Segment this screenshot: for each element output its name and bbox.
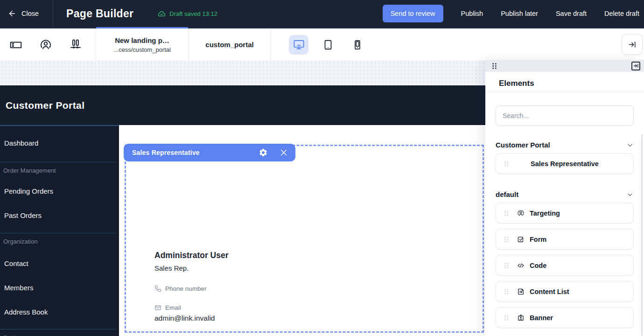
element-remove-button[interactable] (279, 147, 289, 158)
draft-status: Draft saved 13:12 (158, 10, 217, 18)
nav-members[interactable]: Members (4, 284, 34, 292)
audience-tool-button[interactable] (38, 37, 53, 52)
preview-sidebar: Dashboard Order Management Pending Order… (0, 125, 119, 336)
nav-dashboard[interactable]: Dashboard (4, 139, 38, 147)
selected-element-toolbar: Sales Representative (124, 144, 295, 161)
desktop-preview-button[interactable] (289, 35, 308, 55)
send-to-review-button[interactable]: Send to review (383, 5, 443, 22)
page-builder-app: Close Page Builder Draft saved 13:12 Sen… (0, 0, 644, 336)
nav-contact[interactable]: Contact (4, 259, 28, 267)
active-page-tab[interactable]: New landing p… ...cess/custom_portal (96, 28, 188, 61)
preview-page-title: Customer Portal (6, 100, 84, 111)
open-panel-button[interactable] (622, 34, 643, 55)
phone-icon (154, 285, 161, 292)
form-icon (517, 235, 525, 244)
element-card-targeting[interactable]: Targeting (496, 203, 634, 224)
nav-past-orders[interactable]: Past Orders (4, 211, 42, 219)
builder-toolbar: New landing p… ...cess/custom_portal cus… (0, 27, 644, 61)
panel-title: Elements (499, 79, 644, 88)
search-input[interactable] (496, 105, 634, 126)
collapse-panel-button[interactable] (631, 62, 640, 70)
close-button[interactable]: Close (0, 0, 53, 27)
content-list-icon (517, 287, 525, 296)
tablet-preview-button[interactable] (318, 35, 338, 55)
drag-handle-icon[interactable] (504, 288, 509, 295)
publish-button[interactable]: Publish (461, 10, 483, 17)
device-preview-switch (289, 28, 367, 61)
section-title: Customer Portal (496, 141, 550, 149)
desktop-icon (293, 38, 305, 51)
close-x-icon (279, 148, 288, 157)
rep-email-label: Email (165, 304, 181, 311)
selected-element-label: Sales Representative (132, 149, 200, 156)
element-card-code[interactable]: Code (496, 255, 634, 276)
cloud-check-icon (158, 10, 166, 18)
nav-section-organization: Organization (3, 238, 38, 245)
arrow-left-icon (8, 9, 16, 18)
drag-handle-icon[interactable] (504, 161, 509, 167)
sales-rep-card: Administrator User Sales Rep. Phone numb… (154, 251, 229, 322)
drag-handle-icon[interactable] (504, 236, 509, 243)
element-settings-button[interactable] (258, 147, 268, 158)
element-card-label: Content List (530, 288, 569, 295)
panel-scrollbar[interactable] (641, 134, 643, 336)
element-card-label: Form (530, 236, 546, 243)
tablet-icon (322, 39, 334, 51)
publish-later-button[interactable]: Publish later (501, 10, 538, 17)
gear-icon (259, 148, 268, 157)
text-field-tool-button[interactable] (8, 37, 23, 52)
portal-tab[interactable]: custom_portal (188, 28, 271, 61)
section-header-default[interactable]: default (496, 190, 634, 198)
drag-handle-icon[interactable] (504, 315, 509, 321)
sliders-pins-icon (69, 38, 83, 52)
panel-heading: Elements (485, 72, 644, 92)
nav-section-settings: Settings (3, 334, 25, 336)
chevron-down-icon (626, 191, 634, 198)
element-card-form[interactable]: Form (496, 229, 634, 250)
section-header-customer-portal[interactable]: Customer Portal (496, 141, 634, 149)
chevron-down-icon (626, 141, 634, 149)
rep-name: Administrator User (154, 251, 229, 260)
portal-name: custom_portal (205, 41, 253, 49)
page-path: ...cess/custom_portal (113, 46, 171, 53)
element-card-content-list[interactable]: Content List (496, 281, 634, 302)
nav-divider (0, 329, 116, 329)
section-title: default (496, 190, 518, 198)
rep-email-row: Email (154, 304, 229, 311)
element-card-label: Targeting (530, 210, 560, 217)
toolbar-icon-group (0, 28, 96, 61)
panel-drag-handle-icon[interactable] (491, 63, 497, 70)
nav-address-book[interactable]: Address Book (4, 308, 48, 316)
element-card-sales-representative[interactable]: Sales Representative (496, 153, 634, 174)
element-card-label: Code (530, 262, 546, 269)
element-card-label: Sales Representative (531, 160, 599, 168)
collapse-right-icon (628, 40, 637, 49)
rep-phone-label: Phone number (165, 285, 207, 292)
nav-section-order-management: Order Management (3, 167, 56, 174)
input-field-icon (9, 38, 23, 52)
elements-panel: Elements Customer Portal Sales Represent… (485, 60, 644, 336)
selected-element-outline[interactable]: Administrator User Sales Rep. Phone numb… (125, 145, 484, 333)
draft-status-label: Draft saved 13:12 (169, 10, 217, 17)
drag-handle-icon[interactable] (504, 262, 509, 269)
topbar: Close Page Builder Draft saved 13:12 Sen… (0, 0, 644, 27)
delete-draft-button[interactable]: Delete draft (604, 10, 639, 17)
nav-divider (0, 162, 116, 162)
panel-drag-strip (485, 60, 644, 72)
element-card-banner[interactable]: Banner (496, 307, 634, 328)
mobile-preview-button[interactable] (348, 35, 367, 55)
rep-email-value: admin@link.invalid (154, 314, 229, 322)
variants-tool-button[interactable] (68, 37, 83, 52)
drag-handle-icon[interactable] (504, 210, 509, 217)
nav-divider (0, 233, 116, 233)
code-icon (517, 261, 525, 270)
close-label: Close (21, 10, 39, 17)
banner-icon (517, 314, 525, 322)
topbar-divider (53, 0, 53, 27)
targeting-icon (517, 209, 525, 217)
save-draft-button[interactable]: Save draft (556, 10, 587, 17)
nav-pending-orders[interactable]: Pending Orders (4, 187, 53, 195)
email-icon (154, 304, 161, 311)
rep-role: Sales Rep. (154, 264, 229, 272)
topbar-actions: Send to review Publish Publish later Sav… (383, 5, 644, 22)
